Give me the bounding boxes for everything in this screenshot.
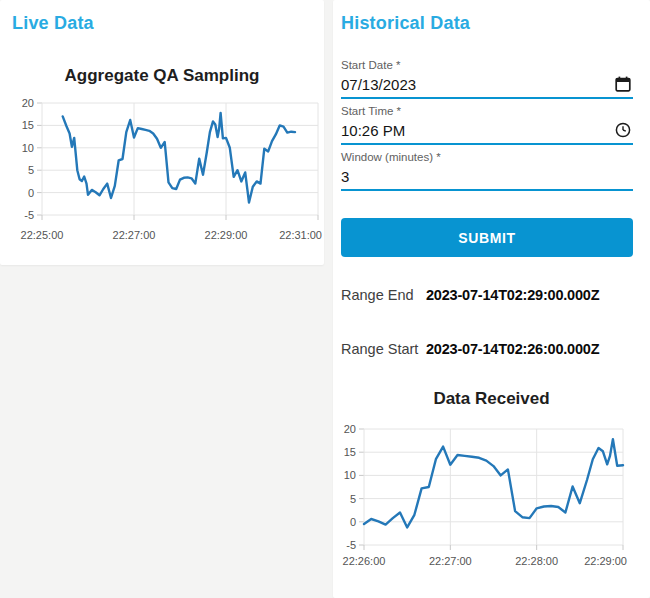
- start-time-input[interactable]: [341, 119, 593, 141]
- historical-chart-title: Data Received: [333, 389, 650, 409]
- start-date-label: Start Date *: [341, 59, 633, 71]
- clock-icon[interactable]: [615, 122, 631, 138]
- svg-text:22:31:00: 22:31:00: [279, 229, 322, 241]
- start-time-label: Start Time *: [341, 105, 633, 117]
- svg-text:10: 10: [22, 142, 34, 154]
- svg-text:22:29:00: 22:29:00: [205, 229, 248, 241]
- historical-data-panel: Historical Data Start Date * Start Time …: [333, 0, 650, 598]
- range-end-label: Range End: [341, 287, 414, 303]
- window-minutes-input-wrap: [341, 165, 633, 191]
- live-chart-title: Aggregate QA Sampling: [0, 66, 324, 86]
- submit-button[interactable]: SUBMIT: [341, 218, 633, 257]
- svg-text:0: 0: [350, 516, 356, 528]
- range-end-row: Range End 2023-07-14T02:29:00.000Z: [341, 287, 641, 305]
- start-date-input-wrap: [341, 73, 633, 99]
- svg-text:15: 15: [344, 446, 356, 458]
- window-minutes-label: Window (minutes) *: [341, 151, 633, 163]
- start-time-input-wrap: [341, 119, 633, 145]
- svg-text:22:27:00: 22:27:00: [429, 555, 472, 567]
- range-end-value: 2023-07-14T02:29:00.000Z: [426, 287, 599, 303]
- historical-chart-canvas: 20151050-522:26:0022:27:0022:28:0022:29:…: [333, 415, 650, 593]
- svg-text:22:28:00: 22:28:00: [515, 555, 558, 567]
- live-data-panel: Live Data Aggregate QA Sampling 20151050…: [0, 0, 324, 265]
- calendar-icon[interactable]: [615, 76, 631, 92]
- range-start-label: Range Start: [341, 341, 418, 357]
- svg-text:22:25:00: 22:25:00: [21, 229, 64, 241]
- range-start-value: 2023-07-14T02:26:00.000Z: [426, 341, 599, 357]
- start-date-input[interactable]: [341, 73, 593, 95]
- window-minutes-field: Window (minutes) *: [341, 151, 633, 191]
- range-start-row: Range Start 2023-07-14T02:26:00.000Z: [341, 341, 641, 359]
- svg-text:10: 10: [344, 469, 356, 481]
- start-time-field: Start Time *: [341, 105, 633, 145]
- live-chart-canvas: 20151050-522:25:0022:27:0022:29:0022:31:…: [0, 92, 324, 264]
- start-date-field: Start Date *: [341, 59, 633, 99]
- svg-text:20: 20: [22, 97, 34, 109]
- svg-text:-5: -5: [346, 539, 356, 551]
- svg-text:0: 0: [28, 187, 34, 199]
- window-minutes-input[interactable]: [341, 165, 593, 187]
- svg-text:20: 20: [344, 423, 356, 435]
- svg-text:22:29:00: 22:29:00: [584, 555, 627, 567]
- live-data-heading: Live Data: [12, 13, 94, 34]
- svg-text:5: 5: [28, 164, 34, 176]
- historical-data-heading: Historical Data: [341, 13, 470, 34]
- svg-text:-5: -5: [24, 209, 34, 221]
- svg-text:22:26:00: 22:26:00: [343, 555, 386, 567]
- svg-text:22:27:00: 22:27:00: [113, 229, 156, 241]
- svg-text:5: 5: [350, 493, 356, 505]
- svg-text:15: 15: [22, 119, 34, 131]
